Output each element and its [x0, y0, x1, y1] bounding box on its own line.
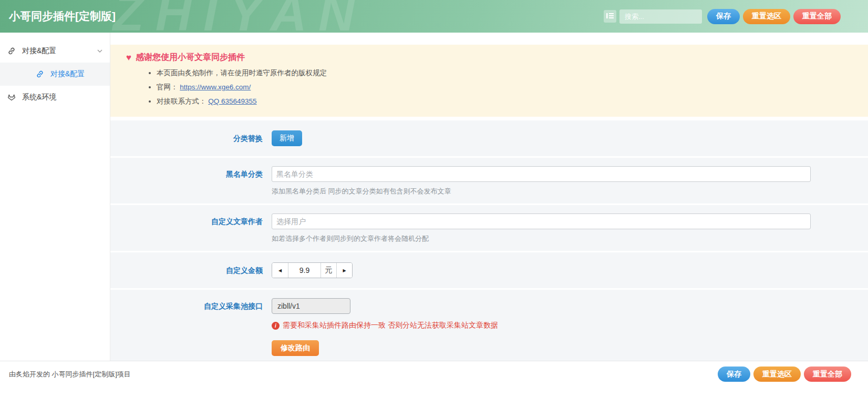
- main-content: ♥ 感谢您使用小哥文章同步插件 本页面由炙焰制作，请在使用时遵守原作者的版权规定…: [110, 33, 868, 361]
- link-icon: [7, 47, 16, 55]
- amount-input[interactable]: [288, 263, 321, 278]
- notice-item-copyright: 本页面由炙焰制作，请在使用时遵守原作者的版权规定: [157, 68, 852, 78]
- layout: 对接&配置 对接&配置: [0, 33, 868, 361]
- sidebar-item-label: 对接&配置: [22, 46, 56, 56]
- api-route-input[interactable]: [272, 298, 350, 314]
- heart-icon: ♥: [126, 53, 131, 62]
- notice-website-label: 官网：: [157, 83, 178, 91]
- left-arrow-icon: ◀: [278, 268, 282, 273]
- field-control: ◀ 元 ▶: [272, 262, 868, 278]
- save-button[interactable]: 保存: [707, 9, 740, 24]
- website-link[interactable]: https://www.xge6.com/: [180, 83, 251, 91]
- footer-save-button[interactable]: 保存: [718, 367, 750, 382]
- add-category-button[interactable]: 新增: [272, 130, 302, 146]
- notice-title-text: 感谢您使用小哥文章同步插件: [136, 52, 245, 63]
- form-row-author: 自定义文章作者 如若选择多个作者则同步到的文章作者将会随机分配: [110, 205, 868, 251]
- sidebar-item-label: 对接&配置: [50, 69, 85, 79]
- footer-bar: 由炙焰开发的 小哥同步插件[定制版]项目 保存 重置选区 重置全部: [0, 361, 868, 407]
- toc-list-icon: [606, 13, 614, 21]
- author-help-text: 如若选择多个作者则同步到的文章作者将会随机分配: [272, 234, 811, 243]
- chevron-down-icon: [97, 49, 102, 53]
- header-actions: 保存 重置选区 重置全部: [604, 9, 841, 24]
- footer-actions: 保存 重置选区 重置全部: [718, 367, 851, 382]
- form-row-category-replace: 分类替换 新增: [110, 120, 868, 156]
- header-watermark: ZHIYAN: [113, 0, 366, 33]
- sidebar-item-label: 系统&环境: [22, 93, 56, 102]
- author-select-input[interactable]: [272, 213, 811, 229]
- sidebar-item-connect-config[interactable]: 对接&配置: [0, 39, 110, 63]
- reset-selection-button[interactable]: 重置选区: [743, 9, 790, 24]
- info-circle-icon: i: [272, 322, 280, 330]
- form-row-amount: 自定义金额 ◀ 元 ▶: [110, 252, 868, 288]
- field-control: i 需要和采集站插件路由保持一致 否则分站无法获取采集站文章数据 修改路由: [272, 298, 868, 356]
- field-control: 如若选择多个作者则同步到的文章作者将会随机分配: [272, 213, 868, 243]
- field-label: 分类替换: [110, 130, 263, 146]
- api-warning: i 需要和采集站插件路由保持一致 否则分站无法获取采集站文章数据: [272, 321, 811, 330]
- sidebar-item-system-env[interactable]: 系统&环境: [0, 86, 110, 109]
- reset-all-button[interactable]: 重置全部: [793, 9, 841, 24]
- search-input[interactable]: [619, 9, 702, 24]
- qq-contact-link[interactable]: QQ 635649355: [208, 97, 256, 105]
- footer-credit-text: 由炙焰开发的 小哥同步插件[定制版]项目: [9, 367, 131, 382]
- stepper-increase-button[interactable]: ▶: [336, 263, 352, 278]
- toc-list-button[interactable]: [604, 10, 616, 23]
- right-arrow-icon: ▶: [343, 268, 346, 273]
- notice-contact-label: 对接联系方式：: [157, 97, 206, 105]
- notice-box: ♥ 感谢您使用小哥文章同步插件 本页面由炙焰制作，请在使用时遵守原作者的版权规定…: [110, 45, 868, 117]
- form-row-api: 自定义采集池接口 i 需要和采集站插件路由保持一致 否则分站无法获取采集站文章数…: [110, 290, 868, 361]
- field-label: 自定义文章作者: [110, 213, 263, 243]
- notice-title: ♥ 感谢您使用小哥文章同步插件: [126, 52, 852, 63]
- notice-list: 本页面由炙焰制作，请在使用时遵守原作者的版权规定 官网： https://www…: [126, 68, 852, 106]
- notice-item-website: 官网： https://www.xge6.com/: [157, 83, 852, 92]
- page: ZHIYAN 小哥同步插件[定制版] 保存 重置选区 重置全部: [0, 0, 868, 407]
- sidebar-subitem-connect-config[interactable]: 对接&配置: [0, 63, 110, 86]
- field-label: 自定义采集池接口: [110, 298, 263, 356]
- form-row-blacklist: 黑名单分类 添加黑名单分类后 同步的文章分类如有包含则不会发布文章: [110, 158, 868, 204]
- amount-stepper: ◀ 元 ▶: [272, 262, 353, 278]
- app-title: 小哥同步插件[定制版]: [9, 9, 116, 24]
- field-label: 黑名单分类: [110, 166, 263, 196]
- notice-item-contact: 对接联系方式： QQ 635649355: [157, 97, 852, 106]
- header-bar: ZHIYAN 小哥同步插件[定制版] 保存 重置选区 重置全部: [0, 0, 868, 33]
- footer-reset-all-button[interactable]: 重置全部: [804, 367, 851, 382]
- sidebar: 对接&配置 对接&配置: [0, 33, 110, 361]
- footer-reset-selection-button[interactable]: 重置选区: [753, 367, 801, 382]
- stepper-decrease-button[interactable]: ◀: [272, 263, 288, 278]
- modify-route-button[interactable]: 修改路由: [272, 340, 319, 356]
- field-control: 添加黑名单分类后 同步的文章分类如有包含则不会发布文章: [272, 166, 868, 196]
- link-icon: [36, 70, 44, 78]
- amount-unit: 元: [321, 263, 336, 278]
- notice-copyright-text: 本页面由炙焰制作，请在使用时遵守原作者的版权规定: [157, 69, 327, 77]
- blacklist-input[interactable]: [272, 166, 811, 182]
- blacklist-help-text: 添加黑名单分类后 同步的文章分类如有包含则不会发布文章: [272, 187, 811, 196]
- field-label: 自定义金额: [110, 262, 263, 278]
- gitlab-icon: [7, 93, 16, 101]
- field-control: 新增: [272, 130, 868, 146]
- api-warning-text: 需要和采集站插件路由保持一致 否则分站无法获取采集站文章数据: [283, 321, 498, 330]
